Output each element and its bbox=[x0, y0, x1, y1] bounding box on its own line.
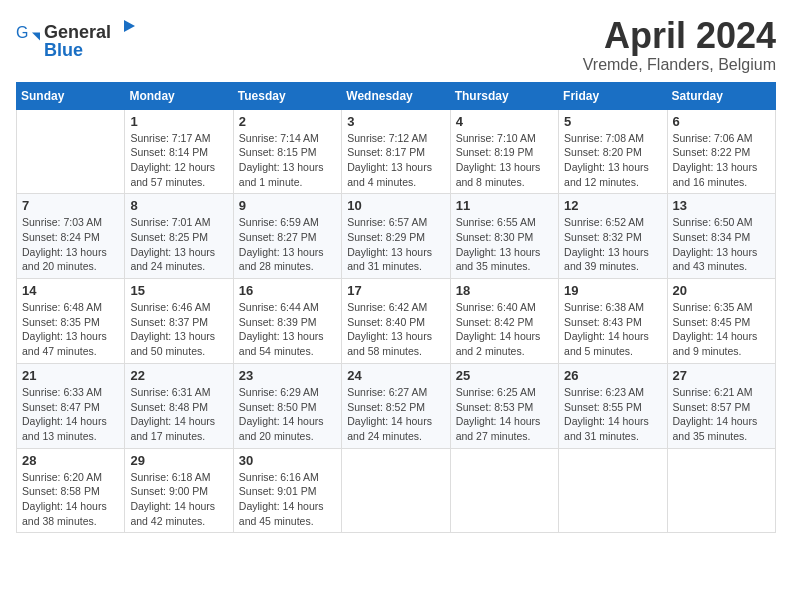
day-number: 1 bbox=[130, 114, 227, 129]
day-info: Sunrise: 6:21 AMSunset: 8:57 PMDaylight:… bbox=[673, 385, 770, 444]
day-number: 22 bbox=[130, 368, 227, 383]
day-info: Sunrise: 6:23 AMSunset: 8:55 PMDaylight:… bbox=[564, 385, 661, 444]
weekday-header-wednesday: Wednesday bbox=[342, 82, 450, 109]
day-info: Sunrise: 7:14 AMSunset: 8:15 PMDaylight:… bbox=[239, 131, 336, 190]
calendar-cell: 2Sunrise: 7:14 AMSunset: 8:15 PMDaylight… bbox=[233, 109, 341, 194]
day-number: 18 bbox=[456, 283, 553, 298]
svg-text:G: G bbox=[16, 26, 28, 41]
calendar-cell: 27Sunrise: 6:21 AMSunset: 8:57 PMDayligh… bbox=[667, 363, 775, 448]
day-number: 20 bbox=[673, 283, 770, 298]
day-info: Sunrise: 7:03 AMSunset: 8:24 PMDaylight:… bbox=[22, 215, 119, 274]
calendar-cell: 11Sunrise: 6:55 AMSunset: 8:30 PMDayligh… bbox=[450, 194, 558, 279]
calendar-cell: 24Sunrise: 6:27 AMSunset: 8:52 PMDayligh… bbox=[342, 363, 450, 448]
day-number: 7 bbox=[22, 198, 119, 213]
calendar-cell: 13Sunrise: 6:50 AMSunset: 8:34 PMDayligh… bbox=[667, 194, 775, 279]
logo-bird-icon bbox=[113, 16, 135, 38]
calendar-cell: 17Sunrise: 6:42 AMSunset: 8:40 PMDayligh… bbox=[342, 279, 450, 364]
calendar-cell bbox=[450, 448, 558, 533]
calendar-cell: 18Sunrise: 6:40 AMSunset: 8:42 PMDayligh… bbox=[450, 279, 558, 364]
day-number: 9 bbox=[239, 198, 336, 213]
day-number: 29 bbox=[130, 453, 227, 468]
logo-general: General bbox=[44, 23, 111, 41]
day-number: 3 bbox=[347, 114, 444, 129]
weekday-header-monday: Monday bbox=[125, 82, 233, 109]
day-info: Sunrise: 6:59 AMSunset: 8:27 PMDaylight:… bbox=[239, 215, 336, 274]
day-number: 25 bbox=[456, 368, 553, 383]
month-title: April 2024 bbox=[583, 16, 776, 56]
day-info: Sunrise: 6:52 AMSunset: 8:32 PMDaylight:… bbox=[564, 215, 661, 274]
day-info: Sunrise: 6:50 AMSunset: 8:34 PMDaylight:… bbox=[673, 215, 770, 274]
logo-icon: G bbox=[16, 26, 40, 50]
calendar-cell: 12Sunrise: 6:52 AMSunset: 8:32 PMDayligh… bbox=[559, 194, 667, 279]
weekday-header-friday: Friday bbox=[559, 82, 667, 109]
day-number: 14 bbox=[22, 283, 119, 298]
calendar-week-row: 1Sunrise: 7:17 AMSunset: 8:14 PMDaylight… bbox=[17, 109, 776, 194]
calendar-week-row: 28Sunrise: 6:20 AMSunset: 8:58 PMDayligh… bbox=[17, 448, 776, 533]
day-info: Sunrise: 7:12 AMSunset: 8:17 PMDaylight:… bbox=[347, 131, 444, 190]
calendar-week-row: 7Sunrise: 7:03 AMSunset: 8:24 PMDaylight… bbox=[17, 194, 776, 279]
day-info: Sunrise: 7:01 AMSunset: 8:25 PMDaylight:… bbox=[130, 215, 227, 274]
location-subtitle: Vremde, Flanders, Belgium bbox=[583, 56, 776, 74]
day-info: Sunrise: 6:27 AMSunset: 8:52 PMDaylight:… bbox=[347, 385, 444, 444]
day-info: Sunrise: 6:42 AMSunset: 8:40 PMDaylight:… bbox=[347, 300, 444, 359]
calendar-cell: 30Sunrise: 6:16 AMSunset: 9:01 PMDayligh… bbox=[233, 448, 341, 533]
day-number: 28 bbox=[22, 453, 119, 468]
calendar-cell: 16Sunrise: 6:44 AMSunset: 8:39 PMDayligh… bbox=[233, 279, 341, 364]
calendar-cell: 10Sunrise: 6:57 AMSunset: 8:29 PMDayligh… bbox=[342, 194, 450, 279]
calendar-cell: 25Sunrise: 6:25 AMSunset: 8:53 PMDayligh… bbox=[450, 363, 558, 448]
weekday-header-saturday: Saturday bbox=[667, 82, 775, 109]
calendar-week-row: 21Sunrise: 6:33 AMSunset: 8:47 PMDayligh… bbox=[17, 363, 776, 448]
day-number: 19 bbox=[564, 283, 661, 298]
page-header: G General Blue April 2024 Vremde, Flande… bbox=[16, 16, 776, 74]
weekday-header-row: SundayMondayTuesdayWednesdayThursdayFrid… bbox=[17, 82, 776, 109]
calendar-cell: 19Sunrise: 6:38 AMSunset: 8:43 PMDayligh… bbox=[559, 279, 667, 364]
calendar-cell: 23Sunrise: 6:29 AMSunset: 8:50 PMDayligh… bbox=[233, 363, 341, 448]
day-info: Sunrise: 6:55 AMSunset: 8:30 PMDaylight:… bbox=[456, 215, 553, 274]
calendar-cell: 29Sunrise: 6:18 AMSunset: 9:00 PMDayligh… bbox=[125, 448, 233, 533]
calendar-cell: 6Sunrise: 7:06 AMSunset: 8:22 PMDaylight… bbox=[667, 109, 775, 194]
day-info: Sunrise: 6:44 AMSunset: 8:39 PMDaylight:… bbox=[239, 300, 336, 359]
day-info: Sunrise: 6:25 AMSunset: 8:53 PMDaylight:… bbox=[456, 385, 553, 444]
day-number: 6 bbox=[673, 114, 770, 129]
day-number: 12 bbox=[564, 198, 661, 213]
day-number: 17 bbox=[347, 283, 444, 298]
day-info: Sunrise: 7:10 AMSunset: 8:19 PMDaylight:… bbox=[456, 131, 553, 190]
calendar-cell: 15Sunrise: 6:46 AMSunset: 8:37 PMDayligh… bbox=[125, 279, 233, 364]
calendar-cell bbox=[559, 448, 667, 533]
day-number: 11 bbox=[456, 198, 553, 213]
day-info: Sunrise: 6:46 AMSunset: 8:37 PMDaylight:… bbox=[130, 300, 227, 359]
day-number: 15 bbox=[130, 283, 227, 298]
day-info: Sunrise: 6:16 AMSunset: 9:01 PMDaylight:… bbox=[239, 470, 336, 529]
day-info: Sunrise: 6:40 AMSunset: 8:42 PMDaylight:… bbox=[456, 300, 553, 359]
calendar-cell: 3Sunrise: 7:12 AMSunset: 8:17 PMDaylight… bbox=[342, 109, 450, 194]
day-info: Sunrise: 6:29 AMSunset: 8:50 PMDaylight:… bbox=[239, 385, 336, 444]
day-number: 24 bbox=[347, 368, 444, 383]
day-number: 26 bbox=[564, 368, 661, 383]
calendar-cell: 5Sunrise: 7:08 AMSunset: 8:20 PMDaylight… bbox=[559, 109, 667, 194]
day-number: 23 bbox=[239, 368, 336, 383]
day-number: 5 bbox=[564, 114, 661, 129]
calendar-cell bbox=[17, 109, 125, 194]
calendar-cell: 20Sunrise: 6:35 AMSunset: 8:45 PMDayligh… bbox=[667, 279, 775, 364]
day-info: Sunrise: 6:20 AMSunset: 8:58 PMDaylight:… bbox=[22, 470, 119, 529]
calendar-cell: 8Sunrise: 7:01 AMSunset: 8:25 PMDaylight… bbox=[125, 194, 233, 279]
day-info: Sunrise: 7:17 AMSunset: 8:14 PMDaylight:… bbox=[130, 131, 227, 190]
day-info: Sunrise: 6:38 AMSunset: 8:43 PMDaylight:… bbox=[564, 300, 661, 359]
logo-blue: Blue bbox=[44, 40, 83, 60]
calendar-cell: 7Sunrise: 7:03 AMSunset: 8:24 PMDaylight… bbox=[17, 194, 125, 279]
day-number: 4 bbox=[456, 114, 553, 129]
day-info: Sunrise: 6:31 AMSunset: 8:48 PMDaylight:… bbox=[130, 385, 227, 444]
logo: G General Blue bbox=[16, 16, 135, 60]
calendar-cell: 22Sunrise: 6:31 AMSunset: 8:48 PMDayligh… bbox=[125, 363, 233, 448]
calendar-cell bbox=[667, 448, 775, 533]
day-number: 27 bbox=[673, 368, 770, 383]
day-info: Sunrise: 6:33 AMSunset: 8:47 PMDaylight:… bbox=[22, 385, 119, 444]
day-info: Sunrise: 6:18 AMSunset: 9:00 PMDaylight:… bbox=[130, 470, 227, 529]
day-info: Sunrise: 7:08 AMSunset: 8:20 PMDaylight:… bbox=[564, 131, 661, 190]
calendar-cell: 28Sunrise: 6:20 AMSunset: 8:58 PMDayligh… bbox=[17, 448, 125, 533]
svg-marker-2 bbox=[124, 20, 135, 32]
day-number: 16 bbox=[239, 283, 336, 298]
day-number: 10 bbox=[347, 198, 444, 213]
calendar-cell: 1Sunrise: 7:17 AMSunset: 8:14 PMDaylight… bbox=[125, 109, 233, 194]
calendar-week-row: 14Sunrise: 6:48 AMSunset: 8:35 PMDayligh… bbox=[17, 279, 776, 364]
